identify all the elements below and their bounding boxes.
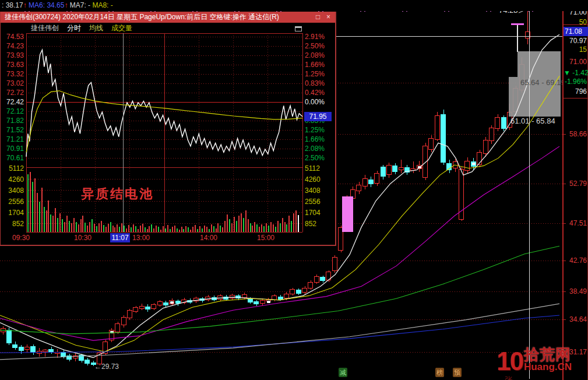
price-axis-label: 34.64: [565, 315, 587, 323]
quote-value: 50: [564, 18, 587, 26]
watermark-number: 10: [497, 347, 523, 376]
range-label-upper: 65.64 - 69.19: [520, 79, 565, 87]
axis-tick: [564, 319, 566, 320]
axis-tick: [564, 291, 566, 292]
info-mine-marker[interactable]: 预: [453, 368, 462, 377]
ma-legend-segment: MA8: -: [92, 1, 112, 9]
price-axis-label: 42.76: [565, 256, 587, 265]
right-quote-panel: 71.005071.0870.971571.00▼ -1.42-1.96%796…: [562, 0, 588, 380]
axis-tick: [564, 134, 566, 135]
ma-legend-segment: MA7: -: [68, 1, 92, 9]
info-mine-marker[interactable]: 减: [339, 368, 347, 377]
ma-legend-segment: : 38.17: [2, 1, 23, 9]
intraday-avg-line: [26, 91, 302, 153]
range-label-lower: 61.01 - 65.84: [510, 117, 555, 125]
price-axis-label: 58.66: [565, 130, 587, 138]
quote-value: 71.00: [564, 58, 587, 66]
ma-legend-bar: : 38.17↑ MA6: 34.65↑ MA7: - MA8: -: [0, 0, 588, 11]
low-price-annotation: ←29.73: [94, 363, 119, 371]
watermark-site-name: 拾荒网: [524, 347, 572, 362]
concept-note-text: 异质结电池: [81, 190, 154, 198]
ma-line-MA-long: [0, 304, 559, 360]
intraday-lines: [1, 12, 337, 246]
site-watermark: 10 拾荒网 Huang.CN 张: [497, 347, 572, 376]
crosshair-price-badge: 71.08: [564, 27, 588, 36]
axis-tick: [564, 184, 566, 184]
axis-tick: [564, 223, 566, 224]
crosshair-time-badge: 11:07: [110, 233, 130, 242]
ma-legend-segment: MA6: 34.65: [27, 1, 65, 9]
intraday-price-line: [26, 50, 302, 157]
price-axis-label: 52.79: [565, 180, 587, 188]
intraday-price-badge: 71.95: [304, 112, 332, 121]
axis-tick: [564, 261, 566, 261]
intraday-popup-window[interactable]: 捷佳伟创(300724) 2020年02月14日 星期五 PageUp/Down…: [0, 12, 336, 246]
panel-divider: [564, 98, 588, 98]
tdx-main-window: : 38.17↑ MA6: 34.65↑ MA7: - MA8: - ✕ 74.…: [0, 0, 588, 380]
quote-value: ▼ -1.42: [564, 69, 587, 77]
quote-value: -1.96%: [564, 78, 587, 86]
crosshair-vertical[interactable]: [529, 8, 530, 379]
ma-line-MA60: [0, 246, 559, 334]
price-axis-label: 38.49: [565, 287, 587, 295]
watermark-partial-glyph: 张: [505, 375, 512, 380]
crosshair-horizontal[interactable]: [336, 36, 562, 37]
intraday-crosshair[interactable]: [123, 33, 124, 232]
quote-value: 796: [564, 87, 587, 96]
price-axis-label: 47.51: [565, 219, 587, 227]
watermark-domain: Huang.CN: [524, 362, 572, 372]
quote-value: 70.97: [564, 37, 587, 45]
info-mine-marker[interactable]: 榜: [435, 368, 444, 377]
drawn-vertical-mark: [517, 25, 518, 52]
quote-value: 15: [564, 45, 587, 54]
